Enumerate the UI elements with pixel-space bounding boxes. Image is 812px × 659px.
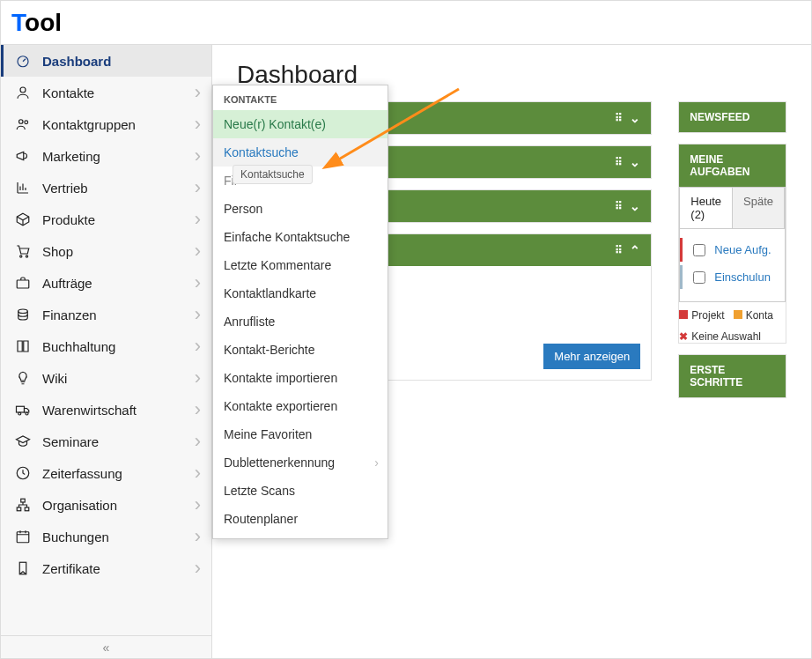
svg-rect-16 xyxy=(19,562,26,574)
sidebar-item-label: Seminare xyxy=(42,434,195,449)
book-icon xyxy=(14,337,32,355)
submenu-item[interactable]: Meine Favoriten xyxy=(213,420,388,448)
sidebar-item-briefcase[interactable]: Aufträge› xyxy=(1,267,211,299)
task-item[interactable]: Neue Aufg. xyxy=(680,238,785,262)
legend: Projekt Konta ✖Keine Auswahl xyxy=(679,309,786,343)
sidebar-item-users[interactable]: Kontaktgruppen› xyxy=(1,108,211,140)
logo: Tool xyxy=(11,9,62,37)
sidebar-item-chart[interactable]: Vertrieb› xyxy=(1,172,211,204)
erste-header[interactable]: ERSTE SCHRITTE xyxy=(679,355,786,397)
sidebar-item-cart[interactable]: Shop› xyxy=(1,235,211,267)
submenu-item[interactable]: Kontaktsuche xyxy=(213,138,388,167)
chevron-up-icon[interactable]: ⌃ xyxy=(630,243,640,257)
box-icon xyxy=(14,211,32,228)
sidebar-item-label: Vertrieb xyxy=(42,181,195,196)
svg-point-5 xyxy=(26,255,27,257)
sidebar-item-ribbon[interactable]: Zertifikate› xyxy=(1,552,211,584)
svg-point-4 xyxy=(20,255,22,257)
svg-point-9 xyxy=(18,412,21,415)
svg-rect-12 xyxy=(21,499,26,502)
submenu-item[interactable]: Person xyxy=(213,195,388,223)
chevron-right-icon: › xyxy=(195,303,201,326)
drag-handle-icon[interactable]: ⠿ xyxy=(615,200,623,212)
sidebar-item-coins[interactable]: Finanzen› xyxy=(1,299,211,330)
svg-point-1 xyxy=(20,87,26,93)
task-link[interactable]: Neue Aufg. xyxy=(714,243,771,256)
sidebar-item-bulb[interactable]: Wiki› xyxy=(1,362,211,394)
chevron-down-icon[interactable]: ⌄ xyxy=(630,199,640,213)
sidebar-item-box[interactable]: Produkte› xyxy=(1,204,211,235)
sidebar-item-label: Zeiterfassung xyxy=(42,466,195,481)
legend-projekt: Projekt xyxy=(679,309,724,322)
task-link[interactable]: Einschulun xyxy=(714,270,771,284)
tab-heute[interactable]: Heute (2) xyxy=(680,188,733,228)
clock-icon xyxy=(14,464,32,482)
task-checkbox[interactable] xyxy=(693,244,705,256)
submenu-item[interactable]: Einfache Kontaktsuche xyxy=(213,223,388,251)
svg-rect-14 xyxy=(25,507,29,511)
chevron-down-icon[interactable]: ⌄ xyxy=(630,111,640,125)
svg-point-3 xyxy=(25,121,28,124)
chevron-right-icon: › xyxy=(195,144,201,167)
cart-icon xyxy=(14,242,32,260)
task-checkbox[interactable] xyxy=(693,271,705,284)
sidebar-item-label: Kontakte xyxy=(42,85,195,100)
chevron-right-icon: › xyxy=(195,81,201,104)
submenu-item[interactable]: Letzte Kommentare xyxy=(213,251,388,279)
svg-rect-13 xyxy=(17,507,21,511)
chevron-down-icon[interactable]: ⌄ xyxy=(630,155,640,169)
sidebar-collapse-button[interactable]: « xyxy=(1,635,211,658)
chevron-right-icon: › xyxy=(195,430,201,453)
tab-spaeter[interactable]: Späte xyxy=(733,188,785,228)
submenu-item[interactable]: Anrufliste xyxy=(213,307,388,336)
sidebar-item-label: Warenwirtschaft xyxy=(42,403,195,418)
sidebar-item-label: Wiki xyxy=(42,371,195,386)
sidebar-item-diagram[interactable]: Organisation› xyxy=(1,489,211,521)
sidebar-item-truck[interactable]: Warenwirtschaft› xyxy=(1,394,211,426)
submenu-item[interactable]: Kontakte exportieren xyxy=(213,392,388,420)
submenu-item[interactable]: Kontakt-Berichte xyxy=(213,336,388,364)
drag-handle-icon[interactable]: ⠿ xyxy=(615,112,623,124)
svg-rect-6 xyxy=(17,280,29,288)
submenu-item[interactable]: Dublettenerkennung› xyxy=(213,448,388,477)
sidebar-item-user[interactable]: Kontakte› xyxy=(1,77,211,108)
mehr-anzeigen-button[interactable]: Mehr anzeigen xyxy=(543,344,640,369)
sidebar-item-label: Produkte xyxy=(42,212,195,227)
submenu-item[interactable]: Kontakte importieren xyxy=(213,364,388,392)
newsfeed-header[interactable]: NEWSFEED xyxy=(679,102,786,132)
chevron-right-icon: › xyxy=(195,557,201,580)
submenu-item[interactable]: Routenplaner xyxy=(213,505,388,533)
submenu-item[interactable]: Neue(r) Kontakt(e) xyxy=(213,110,388,138)
sidebar-item-clock[interactable]: Zeiterfassung› xyxy=(1,457,211,489)
sidebar-item-grad[interactable]: Seminare› xyxy=(1,426,211,457)
submenu-item[interactable]: FirKontaktsuche xyxy=(213,167,388,195)
chevron-right-icon: › xyxy=(195,335,201,358)
sidebar-item-label: Shop xyxy=(42,244,195,259)
erste-schritte-panel: ERSTE SCHRITTE xyxy=(678,354,786,398)
submenu-item[interactable]: Kontaktlandkarte xyxy=(213,279,388,307)
grad-icon xyxy=(14,433,32,450)
users-icon xyxy=(14,115,32,133)
header: Tool xyxy=(1,1,811,45)
submenu-item[interactable]: Letzte Scans xyxy=(213,477,388,505)
sidebar-item-label: Zertifikate xyxy=(42,561,195,576)
chevron-right-icon: › xyxy=(195,462,201,485)
sidebar-item-megaphone[interactable]: Marketing› xyxy=(1,140,211,172)
tooltip: Kontaktsuche xyxy=(233,165,313,184)
sidebar-item-label: Kontaktgruppen xyxy=(42,117,195,132)
drag-handle-icon[interactable]: ⠿ xyxy=(615,244,623,256)
coins-icon xyxy=(14,306,32,323)
drag-handle-icon[interactable]: ⠿ xyxy=(615,156,623,168)
logo-t: T xyxy=(11,9,25,36)
aufgaben-body: Heute (2) Späte Neue Aufg. Ei xyxy=(679,187,786,343)
sidebar-item-calendar[interactable]: Buchungen› xyxy=(1,521,211,552)
sidebar-item-book[interactable]: Buchhaltung› xyxy=(1,330,211,362)
chevron-right-icon: › xyxy=(195,240,201,263)
aufgaben-header[interactable]: MEINE AUFGABEN xyxy=(679,144,786,187)
sidebar-item-label: Aufträge xyxy=(42,276,195,291)
sidebar-item-label: Organisation xyxy=(42,498,195,513)
bulb-icon xyxy=(14,369,32,387)
sidebar-item-dashboard[interactable]: Dashboard xyxy=(1,45,211,77)
task-item[interactable]: Einschulun xyxy=(680,265,785,289)
kontakte-submenu: KONTAKTE Neue(r) Kontakt(e)KontaktsucheF… xyxy=(212,85,388,539)
